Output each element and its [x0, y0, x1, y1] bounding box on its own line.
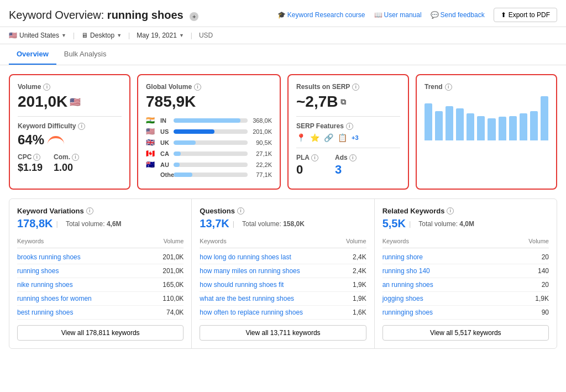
plus-badge: +3 [352, 134, 359, 141]
list-item: nike running shoes 165,0K [17, 278, 184, 292]
metrics-row: CPC i $1.19 Com. i 1.00 [18, 153, 122, 174]
keyword-link[interactable]: best running shoes [17, 309, 73, 316]
trend-bar-item [456, 108, 464, 140]
ads-info-icon[interactable]: i [349, 154, 357, 161]
tab-overview[interactable]: Overview [9, 44, 56, 65]
cards-row: Volume i 201,0K 🇺🇸 Keyword Difficulty i … [9, 74, 557, 190]
cpc-metric: CPC i $1.19 [18, 153, 43, 174]
trend-bar-item [509, 116, 517, 140]
pla-value: 0 [296, 163, 318, 177]
header-links: 🎓 Keyword Research course 📖 User manual … [277, 8, 557, 22]
view-all-q-button[interactable]: View all 13,711 keywords [200, 325, 366, 341]
main-content: Volume i 201,0K 🇺🇸 Keyword Difficulty i … [0, 65, 566, 358]
add-keyword-icon[interactable]: + [190, 12, 198, 21]
export-pdf-button[interactable]: ⬆ Export to PDF [494, 8, 557, 22]
keyword-research-course-link[interactable]: 🎓 Keyword Research course [277, 11, 365, 19]
trend-bar-item [541, 96, 548, 140]
keyword-link[interactable]: what are the best running shoes [200, 295, 294, 302]
keyword-volume: 1,6K [353, 309, 366, 316]
list-item: running sho 140 140 [382, 264, 549, 278]
us-flag: 🇺🇸 [70, 97, 81, 107]
keyword-variations-col: Keyword Variations i 178,8K | Total volu… [9, 199, 192, 348]
kv-info-icon[interactable]: i [86, 207, 93, 215]
other-bar-row: Other 77,1K [146, 171, 272, 178]
kd-arc-chart [48, 136, 64, 144]
keyword-link[interactable]: how often to replace running shoes [200, 309, 303, 316]
rk-info-icon[interactable]: i [447, 207, 454, 215]
trend-bar-item [530, 111, 538, 140]
chevron-down-icon: ▼ [61, 33, 66, 38]
list-item: best running shoes 74,0K [17, 306, 184, 320]
pla-ads-row: PLA i 0 Ads i 3 [296, 154, 400, 177]
keyword-link[interactable]: jogging shoes [382, 295, 423, 302]
list-item: runninging shoes 90 [382, 306, 549, 320]
page-title: Keyword Overview: running shoes + [9, 9, 198, 21]
volume-card: Volume i 201,0K 🇺🇸 Keyword Difficulty i … [9, 74, 130, 190]
list-item: what are the best running shoes 1,9K [200, 292, 366, 306]
rk-list: running shore 20 running sho 140 140 an … [382, 250, 549, 320]
keyword-link[interactable]: an running shoes [382, 281, 433, 289]
keyword-link[interactable]: brooks running shoes [17, 253, 81, 261]
title-area: Keyword Overview: running shoes + [9, 9, 198, 22]
related-keywords-col: Related Keywords i 5,5K | Total volume: … [375, 199, 557, 348]
date-selector[interactable]: May 19, 2021 ▼ [137, 32, 184, 39]
view-all-rk-button[interactable]: View all 5,517 keywords [382, 325, 549, 341]
country-selector[interactable]: 🇺🇸 United States ▼ [9, 32, 66, 39]
volume-info-icon[interactable]: i [43, 83, 50, 91]
q-list: how long do running shoes last 2,4K how … [200, 250, 366, 320]
list-item: how long do running shoes last 2,4K [200, 250, 366, 264]
tabs: Overview Bulk Analysis [0, 44, 566, 65]
country-bar-row: 🇺🇸 US 201,0K [146, 127, 272, 135]
keyword-link[interactable]: how long do running shoes last [200, 253, 291, 261]
global-vol-info-icon[interactable]: i [194, 83, 201, 91]
keyword-volume: 201,0K [163, 253, 184, 261]
trend-card: Trend i [416, 74, 557, 190]
device-selector[interactable]: 🖥 Desktop ▼ [81, 32, 122, 39]
page: Keyword Overview: running shoes + 🎓 Keyw… [0, 0, 566, 392]
trend-bar-item [488, 118, 495, 140]
sub-header: 🇺🇸 United States ▼ | 🖥 Desktop ▼ | May 1… [0, 27, 566, 44]
keyword-link[interactable]: how many miles on running shoes [200, 267, 300, 275]
trend-info-icon[interactable]: i [445, 83, 452, 91]
keyword-link[interactable]: nike running shoes [17, 281, 73, 289]
keyword-link[interactable]: running sho 140 [382, 267, 430, 275]
keyword-link[interactable]: runninging shoes [382, 309, 433, 316]
trend-bars [424, 96, 548, 140]
global-volume-value: 785,9K [146, 93, 272, 111]
user-manual-link[interactable]: 📖 User manual [374, 11, 422, 19]
header: Keyword Overview: running shoes + 🎓 Keyw… [0, 0, 566, 27]
serp-info-icon[interactable]: i [352, 83, 359, 91]
keyword-link[interactable]: running shoes [17, 267, 59, 275]
cpc-info-icon[interactable]: i [33, 154, 40, 161]
keyword-link[interactable]: how should running shoes fit [200, 281, 284, 289]
com-metric: Com. i 1.00 [54, 153, 79, 174]
ads-value: 3 [335, 163, 357, 177]
feedback-icon: 💬 [431, 11, 439, 19]
list-item: an running shoes 20 [382, 278, 549, 292]
serp-features-info-icon[interactable]: i [346, 123, 353, 130]
q-info-icon[interactable]: i [237, 207, 244, 215]
chevron-down-icon-2: ▼ [117, 33, 122, 38]
ads-item: Ads i 3 [335, 154, 357, 177]
link-icon: 🔗 [324, 133, 333, 142]
keyword-link[interactable]: running shoes for women [17, 295, 92, 302]
trend-bar-item [499, 117, 506, 140]
kd-info-icon[interactable]: i [78, 123, 85, 130]
tab-bulk-analysis[interactable]: Bulk Analysis [56, 44, 114, 65]
keyword-link[interactable]: running shore [382, 253, 423, 261]
trend-bar-item [477, 116, 485, 140]
pla-item: PLA i 0 [296, 154, 318, 177]
keyword-volume: 2,4K [353, 253, 366, 261]
trend-bar-item [467, 113, 474, 140]
pla-info-icon[interactable]: i [311, 154, 318, 161]
keyword-volume: 201,0K [163, 267, 184, 275]
cpc-value: $1.19 [18, 162, 43, 174]
com-info-icon[interactable]: i [72, 154, 79, 161]
list-item: how many miles on running shoes 2,4K [200, 264, 366, 278]
send-feedback-link[interactable]: 💬 Send feedback [431, 11, 485, 19]
copy-icon: ⧉ [340, 97, 346, 107]
questions-col: Questions i 13,7K | Total volume: 158,0K… [192, 199, 374, 348]
view-all-kv-button[interactable]: View all 178,811 keywords [17, 325, 184, 341]
keyword-volume: 90 [542, 309, 549, 316]
desktop-icon: 🖥 [81, 32, 88, 39]
